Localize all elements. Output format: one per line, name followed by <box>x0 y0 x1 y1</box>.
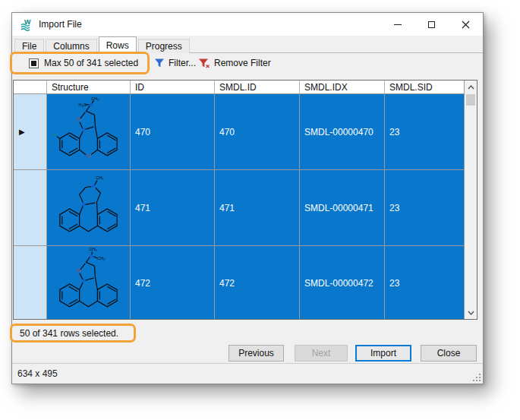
column-header-smdl-id[interactable]: SMDL.ID <box>215 81 300 93</box>
annotation-highlight-rows-selected: 50 of 341 rows selected. <box>10 324 136 343</box>
scrollbar-down-button[interactable] <box>465 306 477 319</box>
tab-progress[interactable]: Progress <box>138 39 190 53</box>
remove-filter-button[interactable]: Remove Filter <box>195 55 274 71</box>
cell-smdl-id[interactable]: 471 <box>215 170 300 246</box>
filter-button[interactable]: Filter... <box>151 55 199 71</box>
cell-id[interactable]: 471 <box>131 170 215 246</box>
svg-text:O: O <box>77 116 80 121</box>
cell-smdl-sid[interactable]: 23 <box>385 246 464 319</box>
molecule-dibenzazepine-isoxazolidine-dimethylamine: N O N CH₃ CH₃ <box>47 247 130 320</box>
checkbox-checked-icon <box>31 61 36 66</box>
rows-data-grid: Structure ID SMDL.ID SMDL.IDX SMDL.SID ▶ <box>13 80 477 320</box>
svg-text:H₃C: H₃C <box>78 103 86 107</box>
title-bar: W Import File <box>12 13 483 36</box>
minimize-icon <box>394 24 402 25</box>
filter-funnel-icon <box>154 58 165 68</box>
cell-smdl-idx[interactable]: SMDL-00000472 <box>300 246 385 319</box>
scrollbar-up-button[interactable] <box>465 81 477 93</box>
cell-smdl-id[interactable]: 470 <box>215 94 300 170</box>
svg-text:N: N <box>83 127 86 131</box>
svg-text:CH₃: CH₃ <box>96 175 103 179</box>
cell-id[interactable]: 470 <box>131 94 215 170</box>
chevron-up-icon <box>468 85 474 90</box>
molecule-dibenzazepine-n-methyl-piperazine: N N CH₃ <box>47 172 130 245</box>
maximize-icon <box>428 21 435 28</box>
row-header-cell[interactable] <box>14 170 47 246</box>
cell-smdl-sid[interactable]: 23 <box>385 170 464 246</box>
current-row-marker-icon: ▶ <box>19 128 25 136</box>
cell-smdl-sid[interactable]: 23 <box>385 94 464 170</box>
app-icon: W <box>19 18 32 31</box>
import-file-dialog: W Import File File Columns <box>11 12 484 384</box>
remove-filter-funnel-icon <box>198 58 210 68</box>
column-header-smdl-sid[interactable]: SMDL.SID <box>385 81 464 93</box>
previous-button[interactable]: Previous <box>228 345 284 362</box>
vertical-scrollbar[interactable] <box>464 81 477 319</box>
structure-cell[interactable]: O N O N CH₃ H₃C F <box>47 94 131 170</box>
column-header-structure[interactable]: Structure <box>47 81 131 93</box>
cell-id[interactable]: 472 <box>131 246 215 319</box>
resize-grip-icon[interactable] <box>473 374 481 382</box>
next-button: Next <box>295 345 348 362</box>
annotation-highlight-max-selected: Max 50 of 341 selected <box>10 52 150 74</box>
table-row[interactable]: N O N CH₃ CH₃ 472 472 SMDL-000 <box>14 246 464 319</box>
close-dialog-button[interactable]: Close <box>421 345 477 362</box>
grid-corner-header-cell[interactable] <box>14 81 47 93</box>
row-header-cell[interactable]: ▶ <box>14 94 47 170</box>
svg-text:CH₃: CH₃ <box>97 256 105 261</box>
structure-cell[interactable]: N O N CH₃ CH₃ <box>47 246 131 319</box>
grid-header-row: Structure ID SMDL.ID SMDL.IDX SMDL.SID <box>14 81 464 94</box>
svg-text:F: F <box>53 133 56 137</box>
column-header-smdl-idx[interactable]: SMDL.IDX <box>300 81 385 93</box>
svg-text:O: O <box>87 153 90 157</box>
import-button[interactable]: Import <box>355 345 411 362</box>
window-title: Import File <box>39 19 82 30</box>
cell-smdl-idx[interactable]: SMDL-00000470 <box>300 94 385 170</box>
row-header-cell[interactable] <box>14 246 47 319</box>
remove-filter-button-label: Remove Filter <box>214 58 271 68</box>
chevron-down-icon <box>468 311 474 315</box>
close-icon <box>462 21 470 29</box>
table-row[interactable]: ▶ O N O <box>14 94 464 170</box>
maximize-button[interactable] <box>414 13 449 36</box>
status-bar: 634 x 495 <box>12 363 483 384</box>
molecule-fluoro-dibenzoxepine-isoxazolidine-dimethylamine: O N O N CH₃ H₃C F <box>47 96 130 169</box>
structure-cell[interactable]: N N CH₃ <box>47 170 131 246</box>
window-controls <box>380 13 483 36</box>
rows-selected-status: 50 of 341 rows selected. <box>20 328 118 339</box>
grid-columns-area: Structure ID SMDL.ID SMDL.IDX SMDL.SID ▶ <box>14 81 464 319</box>
column-header-id[interactable]: ID <box>131 81 215 93</box>
tab-strip: File Columns Rows Progress <box>14 36 191 53</box>
cell-smdl-idx[interactable]: SMDL-00000471 <box>300 170 385 246</box>
dialog-size-readout: 634 x 495 <box>17 368 58 379</box>
filter-button-label: Filter... <box>169 58 196 68</box>
minimize-button[interactable] <box>380 13 414 36</box>
close-button[interactable] <box>449 13 483 36</box>
svg-text:CH₃: CH₃ <box>89 247 96 251</box>
svg-text:CH₃: CH₃ <box>91 96 99 100</box>
svg-text:N: N <box>83 278 86 283</box>
max-selected-checkbox[interactable] <box>29 58 39 68</box>
cell-smdl-id[interactable]: 472 <box>215 246 300 319</box>
max-selected-label[interactable]: Max 50 of 341 selected <box>44 58 138 68</box>
app-logo-letter: W <box>24 18 31 26</box>
svg-text:O: O <box>77 267 80 272</box>
scrollbar-thumb[interactable] <box>466 94 475 106</box>
screenshot-canvas: W Import File File Columns <box>0 0 520 420</box>
table-row[interactable]: N N CH₃ 471 471 SMDL-00000471 23 <box>14 170 464 246</box>
